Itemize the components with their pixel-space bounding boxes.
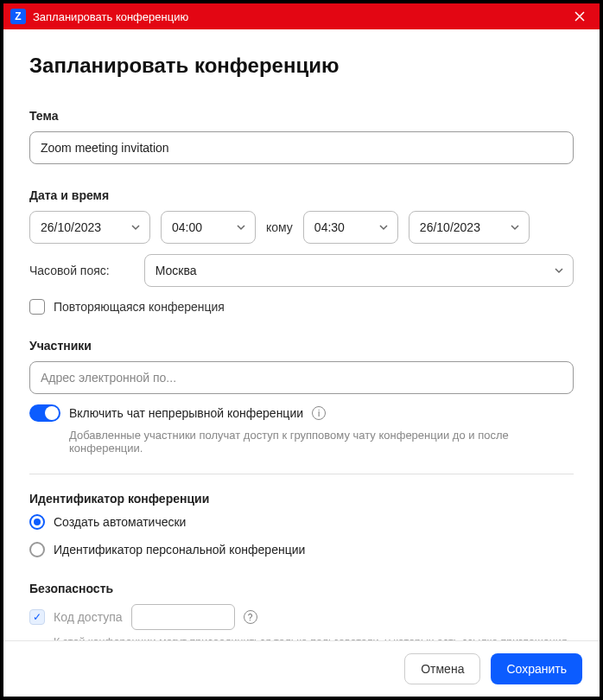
datetime-row: 26/10/2023 04:00 кому 04:30 26/10/2023 — [29, 211, 574, 244]
window-title: Запланировать конференцию — [33, 10, 567, 23]
close-icon — [574, 11, 585, 22]
timezone-dropdown[interactable]: Москва — [144, 254, 574, 287]
participants-label: Участники — [29, 339, 574, 353]
close-button[interactable] — [567, 3, 593, 29]
schedule-meeting-window: Z Запланировать конференцию Запланироват… — [3, 3, 600, 697]
security-label: Безопасность — [29, 582, 574, 595]
passcode-row: ✓ Код доступа ? — [29, 604, 574, 630]
chat-toggle-row: Включить чат непрерывной конференции i — [29, 404, 574, 422]
chat-toggle-label: Включить чат непрерывной конференции — [69, 406, 303, 420]
passcode-checkbox[interactable]: ✓ — [29, 609, 45, 625]
passcode-input[interactable] — [131, 604, 235, 630]
app-icon: Z — [10, 9, 26, 24]
save-button[interactable]: Сохранить — [491, 653, 582, 684]
continuous-chat-toggle[interactable] — [29, 404, 60, 422]
page-title: Запланировать конференцию — [29, 54, 574, 78]
chevron-down-icon — [554, 265, 564, 276]
end-date-dropdown[interactable]: 26/10/2023 — [409, 211, 530, 244]
auto-id-row: Создать автоматически — [29, 514, 574, 530]
divider — [29, 474, 574, 474]
help-icon[interactable]: ? — [244, 610, 257, 624]
end-time-value: 04:30 — [314, 220, 345, 234]
chevron-down-icon — [378, 222, 389, 232]
info-icon[interactable]: i — [312, 406, 326, 420]
cancel-button[interactable]: Отмена — [404, 653, 480, 684]
timezone-value: Москва — [156, 264, 197, 277]
start-time-value: 04:00 — [172, 220, 202, 234]
topic-label: Тема — [29, 109, 574, 123]
footer: Отмена Сохранить — [3, 640, 600, 697]
chevron-down-icon — [510, 222, 520, 232]
to-label: кому — [266, 220, 293, 234]
auto-id-label: Создать автоматически — [54, 515, 186, 529]
end-date-value: 26/10/2023 — [420, 220, 480, 234]
meeting-id-label: Идентификатор конференции — [29, 492, 574, 506]
timezone-label: Часовой пояс: — [29, 264, 110, 277]
personal-id-row: Идентификатор персональной конференции — [29, 542, 574, 557]
start-date-dropdown[interactable]: 26/10/2023 — [29, 211, 150, 244]
timezone-row: Часовой пояс: Москва — [29, 254, 574, 287]
recurring-checkbox[interactable] — [29, 299, 45, 315]
auto-id-radio[interactable] — [29, 514, 45, 530]
end-time-dropdown[interactable]: 04:30 — [303, 211, 398, 244]
recurring-row: Повторяющаяся конференция — [29, 299, 574, 315]
passcode-label: Код доступа — [54, 610, 123, 624]
titlebar: Z Запланировать конференцию — [3, 3, 600, 29]
start-time-dropdown[interactable]: 04:00 — [161, 211, 256, 244]
content-area: Запланировать конференцию Тема Дата и вр… — [3, 29, 600, 640]
chat-help-text: Добавленные участники получат доступ к г… — [69, 429, 574, 455]
topic-input[interactable] — [29, 131, 574, 164]
participants-input[interactable] — [29, 361, 574, 394]
recurring-label: Повторяющаяся конференция — [54, 300, 225, 314]
chevron-down-icon — [130, 222, 141, 232]
personal-id-radio[interactable] — [29, 542, 45, 557]
chevron-down-icon — [236, 222, 246, 232]
start-date-value: 26/10/2023 — [41, 220, 101, 234]
datetime-label: Дата и время — [29, 188, 574, 202]
personal-id-label: Идентификатор персональной конференции — [54, 543, 305, 557]
